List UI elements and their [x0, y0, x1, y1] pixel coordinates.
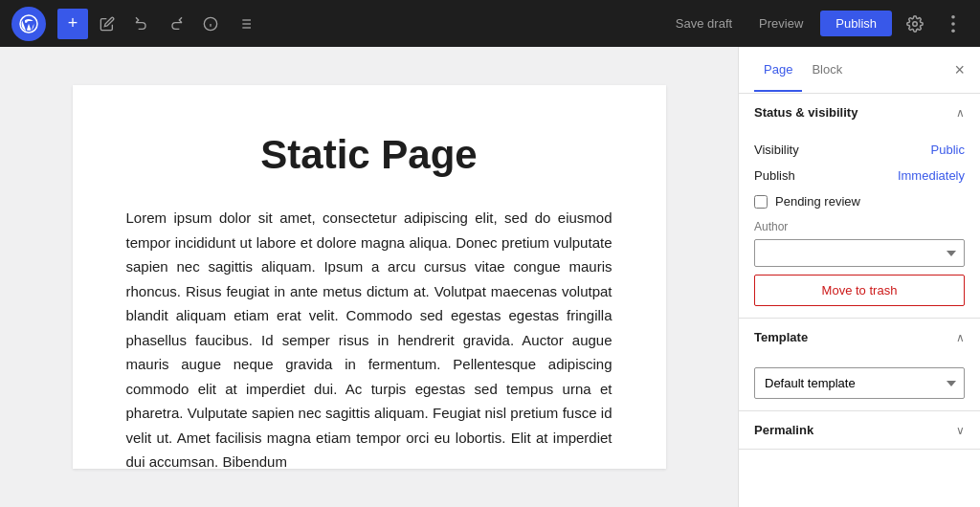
- permalink-section: Permalink ∨: [739, 411, 980, 450]
- status-chevron-icon: ∧: [956, 106, 965, 120]
- visibility-label: Visibility: [754, 143, 799, 157]
- edit-button[interactable]: [92, 9, 122, 39]
- editor-area: Static Page Lorem ipsum dolor sit amet, …: [0, 47, 738, 507]
- list-view-button[interactable]: [230, 9, 260, 39]
- toolbar-right: Save draft Preview Publish: [666, 9, 969, 39]
- page-title: Static Page: [126, 131, 612, 179]
- toolbar-left: +: [11, 7, 666, 41]
- permalink-header[interactable]: Permalink ∨: [739, 411, 980, 449]
- visibility-row: Visibility Public: [754, 143, 965, 157]
- page-body: Lorem ipsum dolor sit amet, consectetur …: [126, 206, 612, 474]
- info-button[interactable]: [195, 9, 226, 39]
- sidebar: Page Block × Status & visibility ∧ Visib…: [738, 47, 980, 507]
- status-visibility-title: Status & visibility: [754, 105, 858, 120]
- template-section-title: Template: [754, 330, 808, 344]
- preview-button[interactable]: Preview: [749, 11, 813, 36]
- pending-review-label[interactable]: Pending review: [775, 194, 860, 209]
- publish-value[interactable]: Immediately: [898, 168, 965, 183]
- pending-review-checkbox[interactable]: [754, 195, 768, 209]
- pending-review-row: Pending review: [754, 194, 965, 209]
- author-field: Author: [754, 220, 965, 267]
- sidebar-header: Page Block ×: [739, 47, 980, 94]
- redo-button[interactable]: [161, 9, 191, 39]
- tab-page[interactable]: Page: [754, 49, 802, 92]
- status-visibility-body: Visibility Public Publish Immediately Pe…: [739, 131, 980, 318]
- svg-point-10: [913, 21, 918, 26]
- undo-button[interactable]: [126, 9, 157, 39]
- status-visibility-section: Status & visibility ∧ Visibility Public …: [739, 94, 980, 319]
- move-to-trash-button[interactable]: Move to trash: [754, 275, 965, 306]
- template-chevron-icon: ∧: [956, 331, 965, 344]
- tab-block[interactable]: Block: [802, 49, 852, 92]
- add-block-button[interactable]: +: [57, 9, 88, 39]
- sidebar-close-button[interactable]: ×: [954, 60, 965, 80]
- author-label: Author: [754, 220, 965, 233]
- settings-button[interactable]: [900, 9, 930, 39]
- svg-point-13: [951, 29, 955, 33]
- status-visibility-header[interactable]: Status & visibility ∧: [739, 94, 980, 131]
- publish-label: Publish: [754, 168, 795, 183]
- visibility-value[interactable]: Public: [931, 143, 965, 157]
- template-body: Default template: [739, 356, 980, 410]
- template-header[interactable]: Template ∧: [739, 319, 980, 356]
- editor-content: Static Page Lorem ipsum dolor sit amet, …: [73, 85, 666, 469]
- permalink-section-title: Permalink: [754, 423, 813, 437]
- publish-row: Publish Immediately: [754, 168, 965, 183]
- wordpress-logo[interactable]: [11, 7, 46, 41]
- publish-button[interactable]: Publish: [820, 11, 892, 36]
- toolbar: +: [0, 0, 980, 47]
- template-select[interactable]: Default template: [754, 367, 965, 399]
- author-select[interactable]: [754, 239, 965, 267]
- svg-point-12: [951, 22, 955, 26]
- main-area: Static Page Lorem ipsum dolor sit amet, …: [0, 47, 980, 507]
- permalink-chevron-icon: ∨: [956, 424, 965, 437]
- more-options-button[interactable]: [938, 9, 969, 39]
- svg-point-11: [951, 15, 955, 19]
- template-section: Template ∧ Default template: [739, 319, 980, 411]
- save-draft-button[interactable]: Save draft: [666, 11, 742, 36]
- template-select-wrap: Default template: [754, 367, 965, 399]
